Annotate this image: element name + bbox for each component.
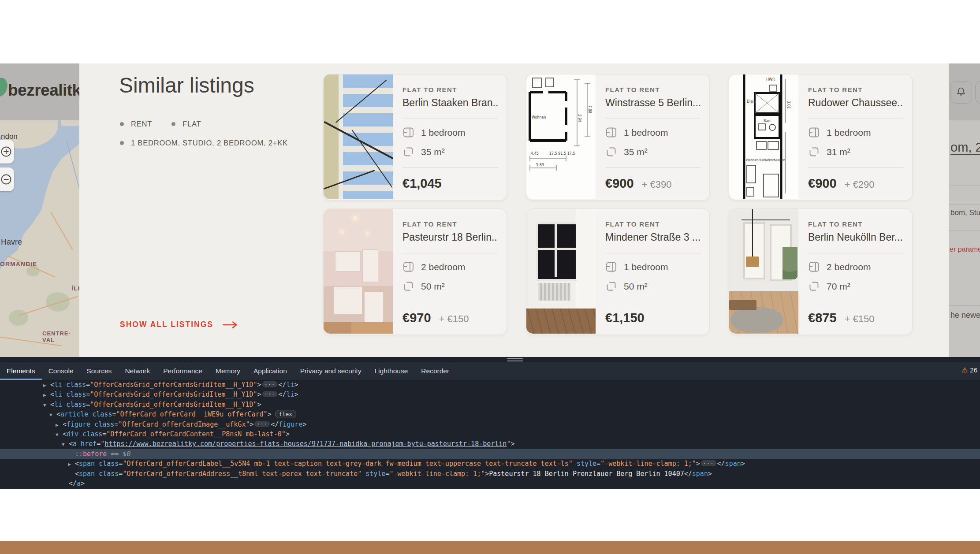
bottom-bar [0, 541, 980, 554]
card-title: Berlin Staaken Bran... [402, 97, 498, 109]
card-title: Mindener Straße 3 ... [605, 231, 701, 243]
card-label: FLAT TO RENT [605, 86, 701, 93]
tree-arrow-icon[interactable]: ▼ [49, 410, 56, 420]
card-price: €900 [808, 176, 837, 191]
svg-text:17.5 91.5 17.5: 17.5 91.5 17.5 [549, 152, 575, 156]
card-label: FLAT TO RENT [605, 220, 701, 228]
listing-photo [729, 209, 798, 334]
devtools-tree-row[interactable]: ▶<li class="OfferCardsGrid_offerCardsGri… [0, 380, 980, 390]
tree-arrow-icon[interactable]: ▶ [56, 420, 63, 430]
header-button-partial[interactable] [975, 81, 980, 104]
devtools-tree-row[interactable]: ▼<li class="OfferCardsGrid_offerCardsGri… [0, 400, 980, 409]
devtools-tab-lighthouse[interactable]: Lighthouse [368, 362, 414, 380]
card-price-extra: + €290 [845, 179, 875, 190]
devtools-tab-console[interactable]: Console [42, 362, 80, 380]
listing-photo [526, 209, 596, 334]
room-layout-icon [402, 126, 414, 138]
notifications-button[interactable] [950, 81, 972, 104]
listing-card[interactable]: FLAT TO RENT Pasteurstr 18 Berlin... 2 b… [323, 208, 507, 335]
map-label-centre-val: CENTRE-VAL [42, 330, 79, 343]
panel-title: Similar listings [119, 73, 254, 97]
bullet-icon [171, 122, 175, 126]
sidebar-red-link-fragment[interactable]: er parame [950, 245, 980, 253]
show-all-listings-link[interactable]: SHOW ALL LISTINGS [120, 320, 239, 329]
devtools-tab-sources[interactable]: Sources [80, 362, 119, 380]
card-title: Rudower Chaussee... [808, 97, 903, 109]
listing-photo [324, 209, 393, 334]
room-layout-icon [605, 261, 617, 273]
area-icon [605, 280, 617, 292]
devtools-tab-application[interactable]: Application [247, 362, 294, 380]
devtools-tree-row[interactable]: ▶<li class="OfferCardsGrid_offerCardsGri… [0, 390, 980, 399]
card-label: FLAT TO RENT [402, 220, 498, 228]
devtools-tree-row[interactable]: ▶<span class="OfferCard_offerCardLabel__… [0, 459, 980, 468]
tree-arrow-icon[interactable]: ▼ [62, 440, 69, 450]
card-bedrooms: 1 bedroom [402, 126, 498, 138]
sidebar-heading-fragment[interactable]: om, 2 [950, 140, 980, 155]
area-icon [605, 146, 617, 158]
devtools-tree-row[interactable]: ▶<figure class="OfferCard_offerCardImage… [0, 420, 980, 429]
tree-arrow-icon[interactable]: ▶ [43, 381, 50, 390]
card-bedrooms: 1 bedroom [808, 126, 903, 138]
collapsed-content-icon: ··· [262, 391, 278, 397]
card-title: Winstrasse 5 Berlin... [605, 97, 701, 109]
room-layout-icon [808, 261, 820, 273]
bullet-icon [120, 122, 124, 126]
card-bedrooms: 1 bedroom [605, 126, 701, 138]
devtools-tab-recorder[interactable]: Recorder [414, 362, 456, 380]
tree-arrow-icon[interactable]: ▼ [56, 430, 63, 440]
card-price-extra: + €150 [439, 313, 469, 325]
zoom-in-icon [0, 145, 12, 158]
devtools-tree-row[interactable]: ▶::before == $0 [0, 449, 980, 459]
flex-badge: flex [275, 410, 296, 418]
svg-text:Bad: Bad [764, 119, 770, 123]
listing-card[interactable]: FLAT TO RENT Mindener Straße 3 ... 1 bed… [526, 208, 710, 335]
listing-photo: 4.45 17.5 91.5 17.5 5.89 3.94 7.88 Wohne… [526, 74, 596, 199]
devtools-tree-row[interactable]: ▼<div class="OfferCard_offerCardContent_… [0, 429, 980, 439]
listing-card[interactable]: FLAT TO RENT Berlin Neukölln Ber... 2 be… [729, 208, 913, 335]
map-coast [61, 120, 79, 126]
card-price: €1,045 [402, 176, 442, 191]
bell-icon [955, 86, 967, 98]
tree-arrow-icon[interactable]: ▶ [43, 390, 50, 400]
card-area: 31 m² [808, 146, 903, 158]
card-area: 35 m² [402, 146, 498, 158]
room-layout-icon [808, 126, 820, 138]
card-bedrooms: 2 bedroom [808, 261, 903, 273]
listing-card[interactable]: 4.45 17.5 91.5 17.5 5.89 3.94 7.88 Wohne… [526, 74, 710, 201]
devtools-tree-row[interactable]: ▼<a href="https://www.bezrealitky.com/pr… [0, 439, 980, 449]
tree-arrow-icon[interactable]: ▼ [43, 401, 50, 410]
devtools-tab-elements[interactable]: Elements [0, 362, 42, 380]
map[interactable]: ndon Havre ORMANDIE ÎLE CENTRE-VAL [0, 120, 79, 357]
devtools-warning-badge[interactable]: ⚠ 26 [961, 366, 977, 374]
devtools-tree-row[interactable]: ▶<span class="OfferCard_offerCardAddress… [0, 469, 980, 479]
site-logo[interactable]: bezrealitky [8, 81, 90, 100]
map-zoom-in-button[interactable] [0, 140, 14, 164]
devtools-tree-row[interactable]: ▼<article class="OfferCard_offerCard__iW… [0, 409, 980, 419]
tree-arrow-icon[interactable]: ▶ [68, 460, 75, 469]
sidebar-text-fragment: bom, Stu [950, 208, 980, 217]
devtools-tab-privacy-and-security[interactable]: Privacy and security [294, 362, 368, 380]
devtools-resize-handle[interactable] [507, 358, 523, 362]
warning-icon: ⚠ [961, 366, 968, 374]
arrow-right-icon [222, 321, 239, 329]
svg-text:5.89: 5.89 [536, 163, 544, 167]
devtools-tab-network[interactable]: Network [118, 362, 157, 380]
listing-card[interactable]: HWR Diele Bad Wohnen/Schlafen/Kochen 3.0… [729, 74, 913, 201]
svg-text:Diele: Diele [747, 100, 756, 104]
listing-card[interactable]: FLAT TO RENT Berlin Staaken Bran... 1 be… [323, 74, 507, 201]
card-price: €970 [402, 311, 431, 325]
svg-text:7.88: 7.88 [588, 105, 592, 113]
card-price: €875 [808, 311, 837, 325]
map-zoom-out-button[interactable] [0, 167, 14, 191]
card-area: 50 m² [605, 280, 701, 292]
devtools-panel: ElementsConsoleSourcesNetworkPerformance… [0, 357, 980, 489]
devtools-tab-memory[interactable]: Memory [209, 362, 247, 380]
card-title: Pasteurstr 18 Berlin... [402, 231, 498, 243]
devtools-tree-row[interactable]: ▶</a> [0, 479, 980, 488]
area-icon [808, 280, 820, 292]
svg-text:Wohnen: Wohnen [532, 115, 546, 119]
card-title: Berlin Neukölln Ber... [808, 231, 903, 243]
card-label: FLAT TO RENT [808, 86, 903, 93]
devtools-tab-performance[interactable]: Performance [157, 362, 209, 380]
